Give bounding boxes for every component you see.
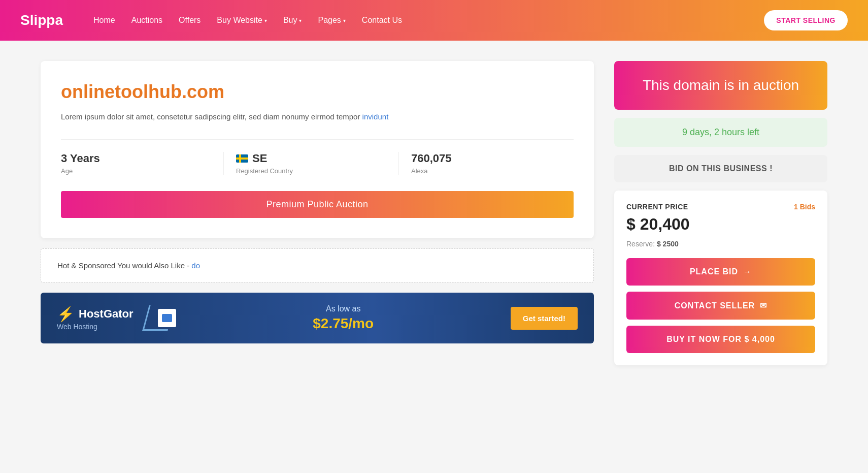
sponsored-text: Hot & Sponsored You would Also Like - <box>57 261 191 270</box>
hostgator-sub: Web Hosting <box>57 323 97 331</box>
left-panel: onlinetoolhub.com Lorem ipsum dolor sit … <box>41 61 594 365</box>
bids-count: 1 Bids <box>794 203 815 211</box>
alexa-label: Alexa <box>411 167 561 175</box>
stat-country: SE Registered Country <box>236 152 399 175</box>
bid-business-text: BID ON THIS BUSINESS ! <box>626 164 815 173</box>
nav-item-auctions[interactable]: Auctions <box>131 16 162 25</box>
hostgator-price: $2.75/mo <box>188 316 498 332</box>
chevron-down-icon: ▾ <box>299 18 302 23</box>
right-panel: This domain is in auction 9 days, 2 hour… <box>614 61 827 365</box>
nav-item-pages[interactable]: Pages ▾ <box>318 16 345 25</box>
description-link[interactable]: invidunt <box>362 112 389 121</box>
age-label: Age <box>61 167 211 175</box>
logo[interactable]: Slippa <box>20 12 63 28</box>
nav-item-buy[interactable]: Buy ▾ <box>283 16 302 25</box>
time-left-text: 9 days, 2 hours left <box>626 127 815 138</box>
sponsored-card: Hot & Sponsored You would Also Like - do <box>41 248 594 282</box>
hostgator-deal-text: As low as <box>188 304 498 313</box>
age-value: 3 Years <box>61 152 211 165</box>
current-price-label: CURRENT PRICE <box>626 203 688 211</box>
nav-item-buy-website[interactable]: Buy Website ▾ <box>217 16 267 25</box>
stat-age: 3 Years Age <box>61 152 224 175</box>
hostgator-logo-text: ⚡ HostGator <box>57 306 133 323</box>
main-content: onlinetoolhub.com Lorem ipsum dolor sit … <box>0 41 868 386</box>
domain-stats: 3 Years Age SE Registered Country 760,07… <box>61 139 574 175</box>
buy-now-button[interactable]: BUY IT NOW FOR $ 4,000 <box>626 326 815 353</box>
time-left-card: 9 days, 2 hours left <box>614 118 827 147</box>
envelope-icon: ✉ <box>760 301 767 310</box>
hostgator-graphic <box>146 305 176 331</box>
place-bid-button[interactable]: PLACE BID → <box>626 258 815 286</box>
arrow-icon: → <box>743 267 752 276</box>
country-value: SE <box>236 152 386 165</box>
hostgator-icon: ⚡ <box>57 306 75 323</box>
hostgator-banner[interactable]: ⚡ HostGator Web Hosting As low as $2.75/… <box>41 293 594 343</box>
auction-badge: Premium Public Auction <box>61 191 574 218</box>
hostgator-deal: As low as $2.75/mo <box>188 304 498 332</box>
nav-item-home[interactable]: Home <box>93 16 115 25</box>
sponsored-link[interactable]: do <box>191 261 200 270</box>
bid-business-card: BID ON THIS BUSINESS ! <box>614 155 827 182</box>
price-card: CURRENT PRICE 1 Bids $ 20,400 Reserve: $… <box>614 191 827 365</box>
auction-header-card: This domain is in auction <box>614 61 827 110</box>
reserve-price: Reserve: $ 2500 <box>626 240 815 248</box>
header: Slippa Home Auctions Offers Buy Website … <box>0 0 868 41</box>
contact-seller-button[interactable]: CONTACT SELLER ✉ <box>626 292 815 320</box>
domain-description: Lorem ipsum dolor sit amet, consetetur s… <box>61 111 574 123</box>
domain-card: onlinetoolhub.com Lorem ipsum dolor sit … <box>41 61 594 238</box>
sweden-flag-icon <box>236 154 248 163</box>
hostgator-logo: ⚡ HostGator Web Hosting <box>57 306 133 331</box>
price-value: $ 20,400 <box>626 215 815 234</box>
alexa-value: 760,075 <box>411 152 561 165</box>
chevron-down-icon: ▾ <box>343 18 346 23</box>
start-selling-button[interactable]: START SELLING <box>764 10 848 30</box>
price-header: CURRENT PRICE 1 Bids <box>626 203 815 211</box>
nav-item-offers[interactable]: Offers <box>179 16 201 25</box>
hostgator-cta-button[interactable]: Get started! <box>511 307 578 330</box>
nav-item-contact[interactable]: Contact Us <box>362 16 402 25</box>
auction-header-title: This domain is in auction <box>626 77 815 93</box>
main-nav: Home Auctions Offers Buy Website ▾ Buy ▾… <box>93 10 848 30</box>
chevron-down-icon: ▾ <box>264 18 267 23</box>
domain-name: onlinetoolhub.com <box>61 81 574 103</box>
country-label: Registered Country <box>236 167 386 175</box>
stat-alexa: 760,075 Alexa <box>411 152 574 175</box>
